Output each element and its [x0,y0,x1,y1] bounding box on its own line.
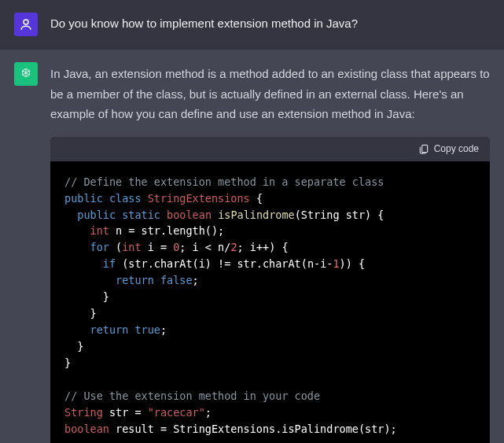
code-text: ; i < n/ [179,241,230,253]
user-message: Do you know how to implement extension m… [0,0,504,50]
code-text: ( [109,241,122,253]
code-text: )) { [340,257,366,270]
code-keyword: static [122,209,160,221]
assistant-intro: In Java, an extension method is a method… [50,64,490,124]
code-number: 1 [333,257,339,270]
code-text: (String str) { [295,209,384,221]
code-keyword: return [116,274,154,286]
code-keyword: false [160,274,193,286]
code-keyword: if [103,257,116,270]
code-text: } [103,290,109,303]
code-body: // Define the extension method in a sepa… [50,161,490,443]
copy-code-button[interactable]: Copy code [418,142,479,157]
code-text: } [77,340,83,353]
code-type: int [122,241,141,253]
clipboard-icon [418,143,429,154]
code-text: str = [103,406,148,419]
code-string: "racecar" [148,406,205,419]
code-text: ; i++) { [237,241,289,253]
code-text: } [64,356,71,369]
code-text: result = StringExtensions.isPalindrome(s… [109,423,397,435]
code-keyword: return [90,323,129,336]
code-type: int [90,224,109,237]
user-avatar [14,13,38,36]
assistant-content: In Java, an extension method is a method… [50,62,490,443]
code-text: (str.charAt(i) != str.charAt(n-i- [116,257,333,270]
code-comment: // Define the extension method in a sepa… [64,175,384,188]
code-header: Copy code [50,137,490,161]
code-text: { [250,192,263,205]
person-icon [19,17,33,31]
code-text: n = str.length(); [109,224,224,237]
code-comment: // Use the extension method in your code [64,389,320,402]
code-text: ; [193,274,199,286]
code-type: String [64,406,103,419]
svg-point-0 [24,20,28,24]
code-block: Copy code // Define the extension method… [50,137,490,444]
code-text: } [90,307,97,319]
code-keyword: public [64,192,103,205]
copy-code-label: Copy code [434,142,479,157]
user-text: Do you know how to implement extension m… [50,14,490,33]
code-keyword: true [134,323,160,336]
svg-rect-1 [421,145,427,152]
code-keyword: public [77,209,116,221]
code-text: ; [205,406,212,419]
code-keyword: for [90,241,109,253]
code-number: 2 [230,241,237,253]
code-classname: StringExtensions [148,192,250,205]
code-text: ; [160,323,167,336]
code-keyword: class [109,192,142,205]
openai-icon [19,67,33,81]
code-type: boolean [64,423,109,435]
code-text: i = [142,241,174,253]
user-content: Do you know how to implement extension m… [50,13,490,36]
assistant-message: In Java, an extension method is a method… [0,50,504,443]
code-method: isPalindrome [218,209,295,221]
assistant-avatar [14,62,38,86]
code-type: boolean [167,209,212,221]
